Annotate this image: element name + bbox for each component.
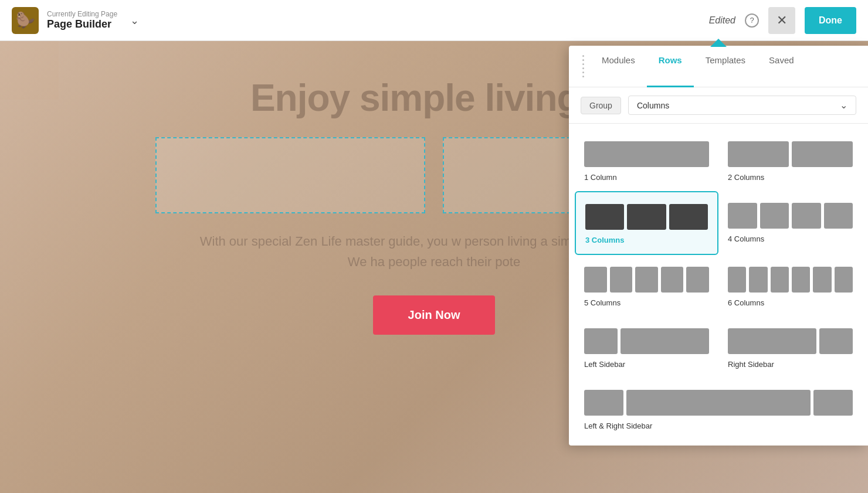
col-block — [669, 204, 708, 230]
col-block — [819, 328, 853, 354]
col-block — [584, 328, 618, 354]
col-block — [610, 267, 633, 293]
col-block — [792, 141, 853, 167]
layout-item-5col[interactable]: 5 Columns — [575, 255, 718, 317]
layout-preview-2col — [728, 141, 853, 167]
layout-label-3col: 3 Columns — [585, 236, 708, 244]
layout-item-4col[interactable]: 4 Columns — [718, 191, 862, 255]
tab-modules[interactable]: Modules — [590, 46, 647, 87]
col-block — [584, 267, 607, 293]
layout-label-5col: 5 Columns — [584, 298, 709, 307]
dashed-box-left — [155, 137, 425, 213]
panel-content: 1 Column 2 Columns 3 Columns — [569, 124, 868, 446]
drag-dot — [582, 63, 584, 65]
col-block — [728, 203, 757, 229]
layout-panel: Modules Rows Templates Saved Group Colum… — [569, 46, 868, 446]
layout-label-left-right-sidebar: Left & Right Sidebar — [584, 421, 853, 430]
header-left: 🦫 Currently Editing Page Page Builder ⌄ — [12, 7, 139, 34]
layout-item-right-sidebar[interactable]: Right Sidebar — [718, 317, 862, 378]
layout-item-3col[interactable]: 3 Columns — [575, 191, 718, 255]
layout-preview-left-sidebar — [584, 328, 709, 354]
col-block — [635, 267, 658, 293]
drag-dot — [582, 67, 584, 69]
layout-preview-4col — [728, 203, 853, 229]
drag-dot — [582, 76, 584, 77]
col-block — [792, 267, 810, 293]
layout-preview-6col — [728, 267, 853, 293]
col-block — [792, 203, 821, 229]
col-block — [585, 204, 624, 230]
layout-preview-5col — [584, 267, 709, 293]
header: 🦫 Currently Editing Page Page Builder ⌄ … — [0, 0, 868, 41]
logo-icon: 🦫 — [12, 7, 39, 34]
col-block — [760, 203, 789, 229]
col-block — [728, 328, 816, 354]
layout-label-right-sidebar: Right Sidebar — [728, 360, 853, 369]
col-block — [728, 141, 789, 167]
header-title: Page Builder — [47, 18, 117, 30]
layout-label-4col: 4 Columns — [728, 234, 853, 243]
layout-item-left-sidebar[interactable]: Left Sidebar — [575, 317, 718, 378]
col-block — [661, 267, 684, 293]
col-block — [627, 204, 666, 230]
layout-label-6col: 6 Columns — [728, 298, 853, 307]
col-block — [824, 203, 853, 229]
dropdown-label: Columns — [637, 101, 669, 110]
layout-grid: 1 Column 2 Columns 3 Columns — [569, 124, 868, 446]
tab-saved[interactable]: Saved — [757, 46, 806, 87]
panel-filter: Group Columns ⌄ — [569, 87, 868, 124]
drag-dot — [582, 59, 584, 61]
col-block — [813, 267, 831, 293]
layout-item-left-right-sidebar[interactable]: Left & Right Sidebar — [575, 378, 862, 440]
layout-preview-right-sidebar — [728, 328, 853, 354]
layout-label-1col: 1 Column — [584, 173, 709, 182]
col-block — [728, 267, 746, 293]
layout-preview-left-right-sidebar — [584, 390, 853, 416]
header-right: Edited ? ✕ Done — [709, 7, 856, 34]
header-title-block: Currently Editing Page Page Builder — [47, 10, 117, 30]
drag-handle[interactable] — [581, 46, 585, 87]
col-block — [584, 390, 623, 416]
col-block — [686, 267, 709, 293]
header-chevron-icon[interactable]: ⌄ — [130, 14, 139, 27]
layout-item-2col[interactable]: 2 Columns — [718, 130, 862, 191]
header-subtitle: Currently Editing Page — [47, 10, 117, 18]
columns-dropdown[interactable]: Columns ⌄ — [628, 96, 856, 115]
layout-label-left-sidebar: Left Sidebar — [584, 360, 709, 369]
tab-rows[interactable]: Rows — [647, 46, 694, 87]
logo-emoji: 🦫 — [16, 11, 35, 29]
col-block — [813, 390, 853, 416]
edited-status: Edited — [709, 15, 735, 26]
group-badge[interactable]: Group — [581, 97, 621, 114]
layout-label-2col: 2 Columns — [728, 173, 853, 182]
layout-item-1col[interactable]: 1 Column — [575, 130, 718, 191]
col-block — [626, 390, 811, 416]
col-block — [835, 267, 853, 293]
col-block — [584, 141, 709, 167]
panel-tabs: Modules Rows Templates Saved — [569, 46, 868, 87]
layout-preview-3col — [585, 204, 708, 230]
col-block — [621, 328, 709, 354]
help-icon[interactable]: ? — [745, 13, 759, 28]
done-button[interactable]: Done — [805, 7, 856, 34]
close-button[interactable]: ✕ — [768, 7, 795, 34]
panel-triangle — [710, 39, 727, 47]
drag-dot — [582, 72, 584, 73]
tab-templates[interactable]: Templates — [694, 46, 757, 87]
chevron-down-icon: ⌄ — [840, 100, 847, 111]
layout-item-6col[interactable]: 6 Columns — [718, 255, 862, 317]
join-now-button[interactable]: Join Now — [373, 295, 496, 335]
col-block — [749, 267, 767, 293]
drag-dot — [582, 55, 584, 57]
layout-preview-1col — [584, 141, 709, 167]
col-block — [771, 267, 789, 293]
